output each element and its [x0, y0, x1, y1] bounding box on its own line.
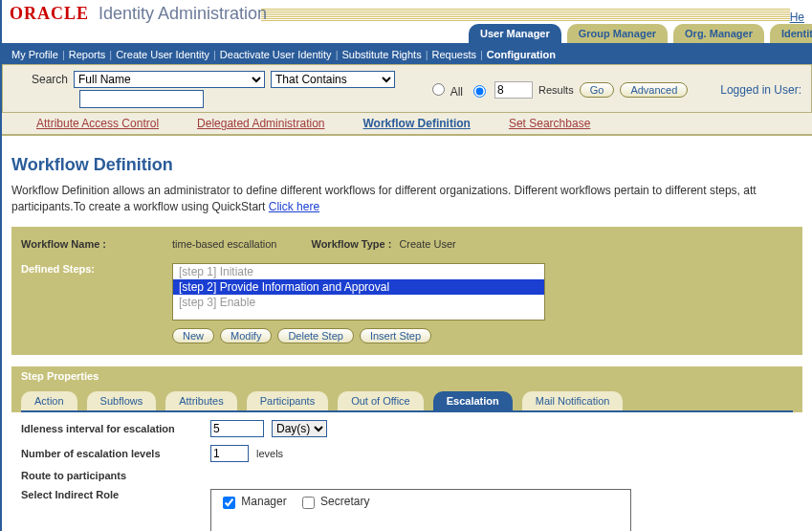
- menu-create-user-identity[interactable]: Create User Identity: [116, 49, 209, 60]
- step-item[interactable]: [step 3] Enable: [173, 295, 544, 310]
- logo-product: Identity Administration: [99, 4, 790, 24]
- prop-tab-action[interactable]: Action: [21, 391, 77, 410]
- role-checkbox-secretary[interactable]: [302, 497, 315, 509]
- defined-steps-label: Defined Steps:: [21, 263, 165, 275]
- levels-input[interactable]: [210, 445, 249, 462]
- page-title: Workflow Definition: [11, 155, 802, 175]
- role-label: Select Indirect Role: [21, 489, 203, 500]
- prop-tab-subflows[interactable]: Subflows: [87, 391, 157, 410]
- help-link[interactable]: He: [790, 11, 804, 24]
- all-radio[interactable]: [432, 83, 445, 96]
- prop-tab-escalation[interactable]: Escalation: [433, 391, 513, 410]
- step-prop-tabs: ActionSubflowsAttributesParticipantsOut …: [21, 391, 793, 412]
- step-prop-body: Idleness interval for escalation Day(s) …: [11, 412, 802, 531]
- delete-step-button[interactable]: Delete Step: [277, 328, 353, 343]
- prop-tab-mail-notification[interactable]: Mail Notification: [522, 391, 624, 410]
- menu-substitute-rights[interactable]: Substitute Rights: [341, 49, 421, 60]
- search-bar: Search Full Name That Contains All Resul…: [2, 64, 812, 113]
- logo-brand: ORACLE: [10, 4, 89, 24]
- menu-reports[interactable]: Reports: [69, 49, 106, 60]
- search-text-input[interactable]: [79, 90, 204, 108]
- module-tab-group-manager[interactable]: Group Manager: [567, 24, 668, 43]
- role-checkbox-manager[interactable]: [223, 497, 235, 509]
- step-item[interactable]: [step 2] Provide Information and Approva…: [173, 279, 544, 295]
- insert-step-button[interactable]: Insert Step: [360, 328, 431, 343]
- workflow-name-label: Workflow Name :: [21, 238, 165, 250]
- prop-tab-out-of-office[interactable]: Out of Office: [338, 391, 424, 410]
- roles-box: Manager Secretary: [210, 489, 631, 531]
- route-label: Route to participants: [21, 470, 203, 481]
- defined-steps-list[interactable]: [step 1] Initiate[step 2] Provide Inform…: [172, 263, 545, 321]
- menu-my-profile[interactable]: My Profile: [11, 49, 58, 60]
- modify-step-button[interactable]: Modify: [220, 328, 272, 343]
- click-here-link[interactable]: Click here: [269, 200, 319, 213]
- subnav-attribute-access-control[interactable]: Attribute Access Control: [36, 117, 159, 130]
- all-radio-label[interactable]: All: [428, 80, 463, 99]
- workflow-type-value: Create User: [399, 238, 455, 250]
- idle-unit-select[interactable]: Day(s): [272, 420, 327, 437]
- search-op-select[interactable]: That Contains: [271, 71, 395, 88]
- search-label: Search: [32, 73, 68, 86]
- step-item[interactable]: [step 1] Initiate: [173, 264, 544, 279]
- subnav: Attribute Access ControlDelegated Admini…: [2, 113, 812, 136]
- menu-requests[interactable]: Requests: [432, 49, 476, 60]
- page-description: Workflow Definition allows an administra…: [11, 183, 802, 215]
- menu-configuration[interactable]: Configuration: [487, 49, 556, 60]
- results-count-input[interactable]: [494, 81, 533, 99]
- advanced-button[interactable]: Advanced: [620, 82, 688, 98]
- prop-tab-attributes[interactable]: Attributes: [165, 391, 236, 410]
- search-field-select[interactable]: Full Name: [74, 71, 265, 88]
- results-label: Results: [538, 84, 574, 96]
- logged-in-label: Logged in User:: [720, 83, 801, 97]
- go-button[interactable]: Go: [580, 82, 615, 98]
- workflow-name-value: time-based escallation: [172, 238, 276, 250]
- workflow-type-label: Workflow Type :: [311, 238, 391, 250]
- module-tabs: User ManagerGroup ManagerOrg. ManagerIde…: [2, 24, 812, 45]
- levels-suffix: levels: [256, 448, 283, 459]
- menu-deactivate-user-identity[interactable]: Deactivate User Identity: [220, 49, 332, 60]
- menubar: My Profile|Reports|Create User Identity|…: [2, 45, 812, 64]
- new-step-button[interactable]: New: [172, 328, 214, 343]
- role-secretary[interactable]: Secretary: [298, 495, 370, 508]
- subnav-set-searchbase[interactable]: Set Searchbase: [509, 117, 590, 130]
- module-tab-org-manager[interactable]: Org. Manager: [673, 24, 764, 43]
- results-radio[interactable]: [473, 85, 486, 98]
- module-tab-identity-s[interactable]: Identity S: [770, 24, 812, 43]
- workflow-meta: Workflow Name : time-based escallation W…: [11, 227, 802, 355]
- idle-interval-label: Idleness interval for escalation: [21, 423, 203, 434]
- module-tab-user-manager[interactable]: User Manager: [469, 24, 561, 43]
- levels-label: Number of escalation levels: [21, 448, 203, 459]
- idle-interval-input[interactable]: [210, 420, 264, 437]
- step-properties-header: Step Properties: [11, 366, 802, 386]
- subnav-delegated-administration[interactable]: Delegated Administration: [197, 117, 324, 130]
- subnav-workflow-definition[interactable]: Workflow Definition: [362, 117, 470, 130]
- role-manager[interactable]: Manager: [219, 495, 287, 508]
- prop-tab-participants[interactable]: Participants: [247, 391, 328, 410]
